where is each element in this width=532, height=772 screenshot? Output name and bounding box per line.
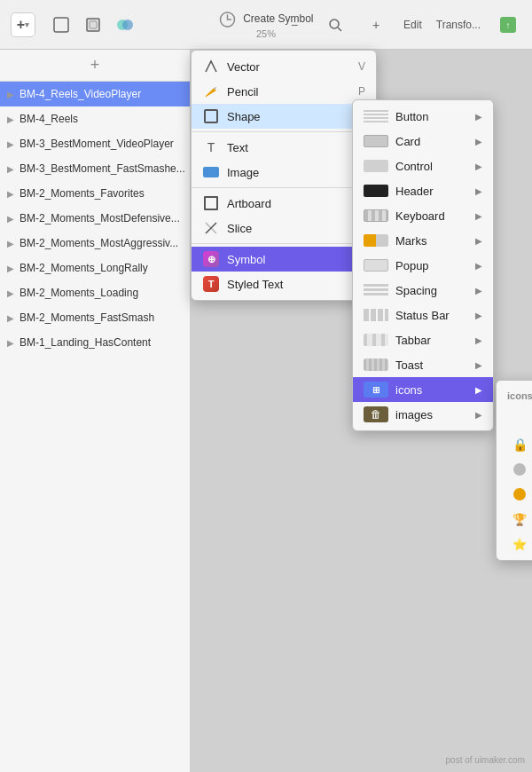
tabbar-dot-icon: 🏆 [507,511,532,527]
submenu-item-help[interactable]: 🔒 help ▶ [497,432,532,457]
submenu-item-card[interactable]: Card ▶ [353,129,493,154]
sidebar-item-label: BM-2_Moments_FastSmash [20,311,154,324]
submenu-item-report[interactable]: report ▶ [497,457,532,482]
zoom-level: 25% [256,28,276,39]
sidebar-item-2[interactable]: ▶ BM-3_BestMoment_VideoPlayer [0,131,190,156]
zoom-in-button[interactable]: + [363,12,389,38]
sidebar-add-button[interactable]: + [0,50,190,82]
shortcut-pencil: P [358,85,365,98]
sidebar-item-7[interactable]: ▶ BM-2_Moments_LongRally [0,256,190,280]
shape-icon [204,109,218,123]
sidebar-item-10[interactable]: ▶ BM-1_Landing_HasContent [0,330,190,355]
submenu-item-popup[interactable]: Popup ▶ [353,253,493,278]
sidebar-item-6[interactable]: ▶ BM-2_Moments_MostAggressiv... [0,231,190,256]
submenu-item-images[interactable]: 🗑 images ▶ [353,402,493,427]
menu-item-artboard[interactable]: Artboard A [192,191,376,216]
layers-tool-button[interactable] [112,12,138,38]
submenu-item-icons[interactable]: ⊞ icons ▶ [353,377,493,402]
header-icon [364,183,388,199]
header-arrow: ▶ [475,186,482,196]
sidebar-item-8[interactable]: ▶ BM-2_Moments_Loading [0,280,190,305]
submenu-item-button[interactable]: Button ▶ [353,104,493,129]
spacing-arrow: ▶ [475,286,482,295]
insert-tool-button[interactable] [80,12,106,38]
submenu-item-toast[interactable]: Toast ▶ [353,352,493,377]
submenu-label-button: Button [395,110,475,123]
svg-rect-0 [54,18,68,32]
sidebar-item-3[interactable]: ▶ BM-3_BestMoment_FastSmashe... [0,156,190,181]
menu-item-symbol[interactable]: ⊕ Symbol ▶ [192,247,376,272]
expand-arrow: ▶ [7,189,14,199]
sidebar-item-label: BM-2_Moments_Favorites [20,187,145,200]
search-icon [328,18,342,32]
sidebar-item-1[interactable]: ▶ BM-4_Reels [0,106,190,131]
menu-item-vector[interactable]: Vector V [192,54,376,79]
export-button[interactable]: ↑ [495,12,521,38]
styled-text-menu-icon: T [202,277,220,291]
menu-label-vector: Vector [227,60,351,74]
expand-arrow: ▶ [7,114,14,124]
sidebar-item-4[interactable]: ▶ BM-2_Moments_Favorites [0,181,190,206]
icons-submenu: icons general ▶ 🔒 help ▶ repor [496,380,532,561]
add-button[interactable]: + ▾ [11,12,35,37]
submenu-item-tabbar-icons[interactable]: 🏆 tabbar ▶ [497,507,532,532]
expand-arrow: ▶ [7,313,14,323]
sensor-dot-icon [507,486,532,502]
select-tool-button[interactable] [48,12,74,38]
submenu-item-control[interactable]: Control ▶ [353,154,493,178]
menu-label-text: Text [227,141,352,154]
tabbar-arrow: ▶ [475,335,482,345]
submenu-item-statusbar[interactable]: Status Bar ▶ [353,303,493,327]
submenu-label-statusbar: Status Bar [395,309,475,322]
statusbar-arrow: ▶ [475,311,482,320]
menu-item-text[interactable]: T Text T [192,135,376,160]
edit-button[interactable]: Edit [403,19,422,31]
image-icon [203,167,219,177]
sidebar-item-label: BM-2_Moments_MostAggressiv... [20,237,178,249]
keyboard-arrow: ▶ [475,211,482,221]
submenu-item-keyboard[interactable]: Keyboard ▶ [353,203,493,228]
sync-icon [219,11,237,28]
transform-button[interactable]: Transfo... [436,19,481,31]
menu-label-shape: Shape [227,110,355,123]
sidebar-item-label: BM-2_Moments_LongRally [20,262,148,274]
sidebar-item-0[interactable]: ▶ BM-4_Reels_VideoPlayer [0,82,190,106]
sidebar-item-9[interactable]: ▶ BM-2_Moments_FastSmash [0,305,190,330]
sidebar-item-label: BM-4_Reels [20,113,78,125]
expand-arrow: ▶ [7,239,14,248]
insert-icon [84,16,102,34]
pencil-icon [204,84,218,98]
menu-item-pencil[interactable]: Pencil P [192,79,376,104]
icons-submenu-header-label: icons [507,390,532,401]
svg-line-7 [338,28,341,31]
artboard-icon [204,196,218,210]
submenu-item-general[interactable]: general ▶ [497,407,532,432]
submenu-item-tabbar[interactable]: Tabbar ▶ [353,327,493,352]
submenu-item-topnav[interactable]: ⭐ topnav ▶ [497,532,532,556]
menu-item-styled-text[interactable]: T Styled Text ▶ [192,272,376,296]
submenu-item-header[interactable]: Header ▶ [353,178,493,203]
sidebar-item-label: BM-4_Reels_VideoPlayer [20,88,141,100]
search-button[interactable] [322,12,348,38]
zoom-out-button[interactable]: − [281,12,308,38]
submenu-label-card: Card [395,135,475,148]
expand-arrow: ▶ [7,338,14,348]
vector-icon [204,59,218,74]
submenu-label-keyboard: Keyboard [395,209,475,223]
menu-item-shape[interactable]: Shape ▶ [192,104,376,129]
submenu-item-sensor[interactable]: sensor ▶ [497,482,532,507]
sidebar-item-label: BM-2_Moments_MostDefensive... [20,212,180,225]
text-icon: T [207,140,215,154]
spacing-icon [364,282,388,298]
separator-2 [192,187,376,188]
export-icon: ↑ [498,15,518,35]
card-icon [364,133,388,149]
menu-item-slice[interactable]: Slice S [192,216,376,240]
report-dot-icon [507,461,532,477]
submenu-item-marks[interactable]: Marks ▶ [353,228,493,253]
submenu-item-spacing[interactable]: Spacing ▶ [353,278,493,303]
menu-item-image[interactable]: Image [192,160,376,185]
shape-menu-icon [202,109,220,123]
sidebar-item-5[interactable]: ▶ BM-2_Moments_MostDefensive... [0,206,190,231]
statusbar-icon [364,307,388,323]
